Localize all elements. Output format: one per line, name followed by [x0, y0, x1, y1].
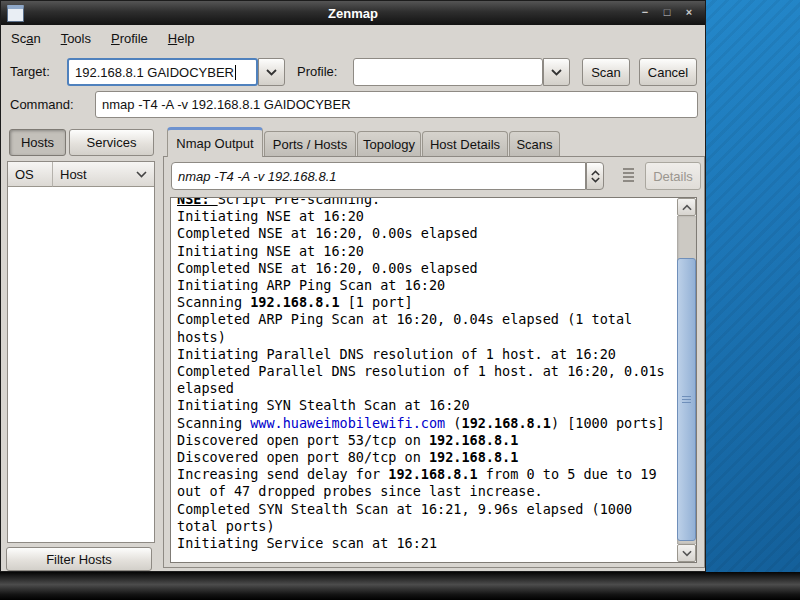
- hosts-list: OS Host: [7, 161, 155, 543]
- services-button[interactable]: Services: [69, 129, 154, 156]
- filter-hosts-button[interactable]: Filter Hosts: [6, 547, 152, 571]
- menu-bar: Scan Tools Profile Help: [1, 25, 705, 52]
- profile-label: Profile:: [297, 64, 337, 79]
- zenmap-window: Zenmap − □ × Scan Tools Profile Help Tar…: [0, 0, 706, 572]
- titlebar[interactable]: Zenmap − □ ×: [1, 1, 705, 25]
- hosts-button[interactable]: Hosts: [9, 129, 66, 156]
- scrollbar-up-button[interactable]: [677, 198, 696, 216]
- target-dropdown-button[interactable]: [258, 58, 285, 86]
- text-caret: [235, 65, 236, 80]
- chevron-down-icon: [551, 69, 562, 76]
- window-title: Zenmap: [1, 6, 705, 21]
- menu-help[interactable]: Help: [158, 27, 205, 50]
- profile-input[interactable]: [353, 58, 543, 86]
- column-os[interactable]: OS: [8, 162, 53, 187]
- command-label: Command:: [10, 97, 74, 112]
- close-button[interactable]: ×: [681, 4, 697, 20]
- chevron-down-icon: [682, 550, 692, 557]
- scan-history-combo[interactable]: nmap -T4 -A -v 192.168.8.1: [171, 162, 586, 190]
- menu-tools[interactable]: Tools: [51, 27, 101, 50]
- toolbar-grip[interactable]: [623, 168, 634, 184]
- details-button[interactable]: Details: [645, 162, 701, 190]
- scan-history-spinner[interactable]: [586, 162, 604, 190]
- desktop: Zenmap − □ × Scan Tools Profile Help Tar…: [0, 0, 800, 600]
- scan-button[interactable]: Scan: [582, 58, 630, 86]
- taskbar: Zenmap ✕ 16:21: [0, 572, 800, 600]
- nmap-output-view[interactable]: NSE: Script Pre-scanning.Initiating NSE …: [170, 197, 697, 563]
- scrollbar-thumb[interactable]: [677, 258, 696, 541]
- chevron-up-icon: [682, 204, 692, 211]
- tab-ports-hosts[interactable]: Ports / Hosts: [264, 131, 356, 157]
- scrollbar-grip: [682, 396, 691, 404]
- profile-dropdown-button[interactable]: [543, 58, 570, 86]
- chevron-down-icon: [591, 177, 600, 183]
- target-input[interactable]: 192.168.8.1 GAIDOCYBER: [67, 58, 258, 86]
- tab-topology[interactable]: Topology: [357, 131, 421, 157]
- tab-scans[interactable]: Scans: [509, 131, 560, 157]
- sort-chevron-icon: [136, 171, 147, 178]
- menu-profile[interactable]: Profile: [101, 27, 158, 50]
- column-host[interactable]: Host: [53, 162, 154, 187]
- tab-host-details[interactable]: Host Details: [422, 131, 508, 157]
- maximize-button[interactable]: □: [659, 4, 675, 20]
- hosts-list-header: OS Host: [8, 162, 154, 187]
- command-input[interactable]: nmap -T4 -A -v 192.168.8.1 GAIDOCYBER: [95, 91, 698, 118]
- chevron-down-icon: [266, 69, 277, 76]
- nmap-output-text: NSE: Script Pre-scanning.Initiating NSE …: [172, 197, 663, 552]
- minimize-button[interactable]: −: [637, 4, 653, 20]
- tab-nmap-output[interactable]: Nmap Output: [167, 127, 263, 157]
- target-label: Target:: [10, 64, 50, 79]
- cancel-button[interactable]: Cancel: [639, 58, 697, 86]
- scrollbar-down-button[interactable]: [677, 544, 696, 562]
- chevron-up-icon: [591, 170, 600, 176]
- menu-scan[interactable]: Scan: [1, 27, 51, 50]
